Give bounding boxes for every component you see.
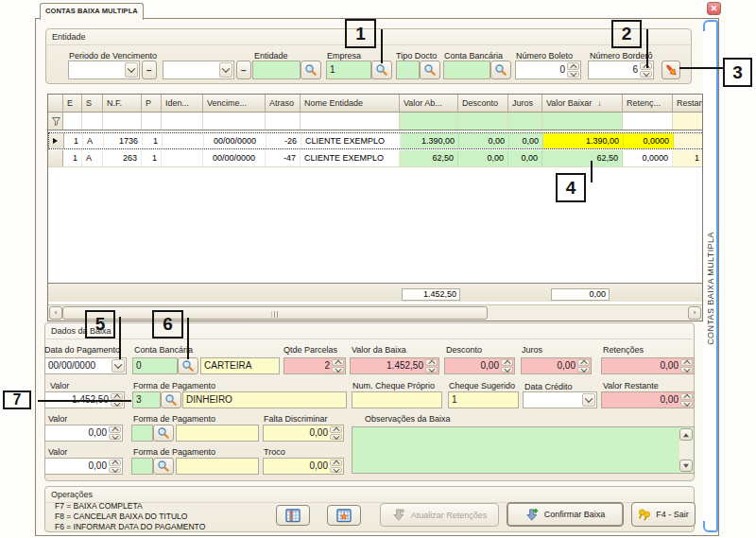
entidade-lookup-button[interactable]	[301, 61, 321, 79]
falta-discriminar-input[interactable]: 0,00	[263, 425, 344, 442]
forma2-input[interactable]	[131, 425, 153, 442]
grid-col-header-nf[interactable]: N.F.	[103, 95, 142, 113]
scroll-right-button[interactable]: ›	[688, 306, 701, 320]
grid-col-header-restante[interactable]: Restante	[673, 95, 703, 113]
grid-cell-valor_baixar[interactable]: 1.390,00	[543, 133, 624, 148]
spinner[interactable]	[577, 359, 590, 373]
empresa-input[interactable]: 1	[326, 61, 371, 79]
grid-cell-s[interactable]: A	[82, 150, 103, 166]
confirmar-baixa-button[interactable]: Confirmar Baixa	[507, 502, 624, 527]
grid-cell-nf[interactable]: 1736	[104, 133, 143, 148]
grid-filter-cell-e[interactable]	[63, 113, 82, 130]
grid-filter-cell-vencimento[interactable]	[203, 113, 266, 130]
spin-down-icon[interactable]	[501, 367, 513, 373]
scrollbar-thumb[interactable]	[62, 306, 488, 320]
tipo-docto-input[interactable]	[396, 61, 420, 79]
forma2-lookup-button[interactable]	[153, 425, 174, 442]
grid-filter-cell-s[interactable]	[82, 113, 103, 130]
periodo-from-input[interactable]	[68, 61, 140, 79]
grid-col-header-juros[interactable]: Juros	[508, 95, 542, 113]
grid-cell-restante[interactable]	[674, 133, 703, 148]
grid-row-2[interactable]: 1A263100/00/0000-47CLIENTE EXEMPLO62,500…	[48, 150, 703, 167]
grid-col-header-valor_aberto[interactable]: Valor Ab...	[400, 95, 458, 113]
periodo-to-clear-button[interactable]: −	[236, 61, 251, 79]
grid-col-header-valor_baixar[interactable]: Valor Baixar↓	[542, 95, 623, 113]
entidade-input[interactable]	[252, 61, 301, 79]
valor2-input[interactable]: 0,00	[44, 425, 123, 442]
grid-filter-cell-nome_entidade[interactable]	[301, 113, 400, 130]
spinner[interactable]	[501, 359, 513, 373]
cheque-sugerido-input[interactable]: 1	[448, 391, 519, 408]
num-cheque-input[interactable]	[352, 391, 442, 408]
grid-cell-p[interactable]: 1	[142, 150, 162, 166]
spinner[interactable]	[680, 359, 693, 373]
grid-col-header-vencimento[interactable]: Vencime...	[203, 95, 266, 113]
valor3-input[interactable]: 0,00	[44, 458, 123, 475]
grid-settings-button[interactable]	[327, 505, 361, 526]
spin-down-icon[interactable]	[577, 367, 590, 373]
spinner[interactable]	[109, 426, 121, 440]
retencoes-input[interactable]: 0,00	[601, 357, 695, 374]
observacoes-textarea[interactable]	[352, 426, 695, 474]
forma2-nome[interactable]	[176, 425, 259, 442]
sair-button[interactable]: F4 - Sair	[631, 502, 696, 527]
chevron-down-icon[interactable]	[219, 62, 232, 78]
scroll-left-button[interactable]: ‹	[49, 306, 62, 320]
numero-boleto-input[interactable]: 0	[515, 61, 581, 79]
spinner[interactable]	[330, 426, 342, 440]
grid-filter-cell-nf[interactable]	[103, 113, 142, 130]
grid-cell-e[interactable]: 1	[63, 150, 82, 166]
grid-cell-atraso[interactable]: -26	[266, 133, 301, 148]
spin-down-icon[interactable]	[330, 467, 342, 474]
observacoes-scrollbar[interactable]	[679, 428, 693, 472]
grid-cell-vencimento[interactable]: 00/00/0000	[204, 133, 266, 148]
spinner[interactable]	[109, 460, 121, 473]
grid-cell-p[interactable]: 1	[143, 133, 163, 148]
conta-bancaria-baixa-input[interactable]: 0	[132, 357, 178, 374]
grid-cell-desconto[interactable]: 0,00	[459, 133, 509, 148]
spin-down-icon[interactable]	[332, 367, 344, 373]
data-credito-input[interactable]	[523, 391, 597, 408]
spin-down-icon[interactable]	[109, 434, 121, 441]
grid-filter-cell-desconto[interactable]	[458, 113, 508, 130]
empresa-lookup-button[interactable]	[371, 61, 392, 79]
desconto-input[interactable]: 0,00	[444, 357, 515, 374]
grid-cell-atraso[interactable]: -47	[266, 150, 301, 166]
grid-cell-retencao[interactable]: 0,0000	[623, 150, 673, 166]
grid-cell-nome_entidade[interactable]: CLIENTE EXEMPLO	[301, 133, 401, 148]
scroll-up-button[interactable]	[679, 428, 693, 441]
grid-horizontal-scrollbar[interactable]: ‹ ›	[48, 304, 702, 321]
forma3-input[interactable]	[131, 458, 153, 475]
grid-col-header-nome_entidade[interactable]: Nome Entidade	[301, 95, 400, 113]
grid-cell-retencao[interactable]: 0,0000	[624, 133, 674, 148]
spin-down-icon[interactable]	[330, 434, 342, 441]
grid-col-header-p[interactable]: P	[142, 95, 162, 113]
grid-col-header-desconto[interactable]: Desconto	[458, 95, 508, 113]
spin-down-icon[interactable]	[640, 71, 652, 78]
forma3-lookup-button[interactable]	[153, 458, 174, 475]
grid-filter-cell-iden[interactable]	[162, 113, 203, 130]
periodo-from-clear-button[interactable]: −	[142, 61, 157, 79]
grid-cell-indicator[interactable]	[48, 150, 63, 166]
valor-baixa-input[interactable]: 1.452,50	[350, 357, 439, 374]
gerar-bordero-button[interactable]	[662, 61, 680, 79]
conta-bancaria-input[interactable]	[443, 61, 490, 79]
spinner[interactable]	[425, 359, 438, 373]
conta-bancaria-baixa-nome[interactable]: CARTEIRA	[200, 357, 280, 374]
grid-col-header-iden[interactable]: Iden...	[162, 95, 203, 113]
forma3-nome[interactable]	[176, 458, 259, 475]
grid-cell-valor_aberto[interactable]: 1.390,00	[401, 133, 459, 148]
spin-down-icon[interactable]	[425, 367, 438, 373]
grid-row-1[interactable]: 1A1736100/00/0000-26CLIENTE EXEMPLO1.390…	[48, 132, 702, 149]
spin-down-icon[interactable]	[567, 71, 579, 78]
grid-col-header-e[interactable]: E	[63, 95, 82, 113]
grid-filter-cell-indicator[interactable]	[48, 113, 63, 130]
chevron-down-icon[interactable]	[582, 393, 595, 407]
grid-cell-iden[interactable]	[162, 150, 203, 166]
grid-filter-cell-valor_baixar[interactable]	[542, 113, 623, 130]
grid-cell-restante[interactable]: 1	[673, 150, 703, 166]
grid-cell-desconto[interactable]: 0,00	[458, 150, 508, 166]
data-pagamento-input[interactable]: 00/00/0000	[44, 357, 127, 374]
grid-cell-iden[interactable]	[163, 133, 204, 148]
side-dock-strip[interactable]: CONTAS BAIXA MULTIPLA	[703, 20, 718, 532]
